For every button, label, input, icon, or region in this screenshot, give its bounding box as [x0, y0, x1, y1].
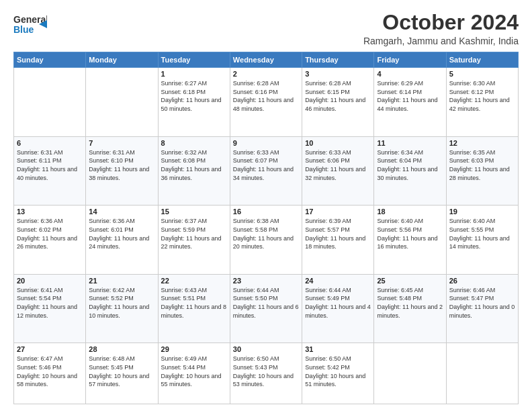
calendar-cell: [374, 343, 446, 404]
calendar-cell: 3Sunrise: 6:28 AM Sunset: 6:15 PM Daylig…: [302, 68, 374, 137]
cell-content: Sunrise: 6:42 AM Sunset: 5:52 PM Dayligh…: [89, 286, 154, 320]
day-number: 17: [305, 208, 371, 216]
calendar-cell: 11Sunrise: 6:34 AM Sunset: 6:04 PM Dayli…: [374, 136, 446, 205]
calendar-week-row: 20Sunrise: 6:41 AM Sunset: 5:54 PM Dayli…: [14, 274, 519, 343]
cell-content: Sunrise: 6:31 AM Sunset: 6:10 PM Dayligh…: [89, 148, 154, 182]
cell-content: Sunrise: 6:44 AM Sunset: 5:49 PM Dayligh…: [305, 286, 371, 320]
col-wednesday: Wednesday: [230, 52, 302, 68]
calendar-cell: 25Sunrise: 6:45 AM Sunset: 5:48 PM Dayli…: [374, 274, 446, 343]
cell-content: Sunrise: 6:45 AM Sunset: 5:48 PM Dayligh…: [377, 286, 443, 320]
calendar-cell: [86, 68, 158, 137]
svg-text:Blue: Blue: [13, 24, 34, 35]
cell-content: Sunrise: 6:43 AM Sunset: 5:51 PM Dayligh…: [161, 286, 227, 320]
day-number: 2: [233, 70, 299, 78]
cell-content: Sunrise: 6:41 AM Sunset: 5:54 PM Dayligh…: [17, 286, 83, 320]
day-number: 28: [89, 345, 154, 353]
day-number: 4: [377, 70, 443, 78]
calendar-cell: [446, 343, 518, 404]
cell-content: Sunrise: 6:36 AM Sunset: 6:02 PM Dayligh…: [17, 217, 83, 250]
calendar-week-row: 6Sunrise: 6:31 AM Sunset: 6:11 PM Daylig…: [14, 136, 519, 205]
col-friday: Friday: [374, 52, 446, 68]
calendar-cell: 15Sunrise: 6:37 AM Sunset: 5:59 PM Dayli…: [158, 205, 230, 275]
calendar-cell: 29Sunrise: 6:49 AM Sunset: 5:44 PM Dayli…: [158, 343, 230, 404]
calendar-cell: 30Sunrise: 6:50 AM Sunset: 5:43 PM Dayli…: [230, 343, 302, 404]
col-sunday: Sunday: [14, 52, 86, 68]
cell-content: Sunrise: 6:50 AM Sunset: 5:43 PM Dayligh…: [233, 355, 299, 388]
calendar-cell: 21Sunrise: 6:42 AM Sunset: 5:52 PM Dayli…: [86, 274, 158, 343]
logo: General Blue: [13, 11, 47, 39]
calendar-page: General Blue October 2024 Ramgarh, Jammu…: [0, 0, 532, 411]
day-number: 7: [89, 139, 154, 147]
cell-content: Sunrise: 6:29 AM Sunset: 6:14 PM Dayligh…: [377, 79, 443, 113]
cell-content: Sunrise: 6:50 AM Sunset: 5:42 PM Dayligh…: [305, 355, 371, 388]
col-saturday: Saturday: [446, 52, 518, 68]
calendar-cell: 8Sunrise: 6:32 AM Sunset: 6:08 PM Daylig…: [158, 136, 230, 205]
day-number: 21: [89, 277, 154, 285]
cell-content: Sunrise: 6:39 AM Sunset: 5:57 PM Dayligh…: [305, 217, 371, 250]
calendar-cell: 2Sunrise: 6:28 AM Sunset: 6:16 PM Daylig…: [230, 68, 302, 137]
day-number: 1: [161, 70, 227, 78]
calendar-cell: 31Sunrise: 6:50 AM Sunset: 5:42 PM Dayli…: [302, 343, 374, 404]
day-number: 16: [233, 208, 299, 216]
col-tuesday: Tuesday: [158, 52, 230, 68]
cell-content: Sunrise: 6:40 AM Sunset: 5:56 PM Dayligh…: [377, 217, 443, 250]
day-number: 6: [17, 139, 83, 147]
cell-content: Sunrise: 6:33 AM Sunset: 6:07 PM Dayligh…: [233, 148, 299, 182]
day-number: 25: [377, 277, 443, 285]
day-number: 18: [377, 208, 443, 216]
calendar-cell: 26Sunrise: 6:46 AM Sunset: 5:47 PM Dayli…: [446, 274, 518, 343]
cell-content: Sunrise: 6:44 AM Sunset: 5:50 PM Dayligh…: [233, 286, 299, 320]
day-number: 12: [449, 139, 515, 147]
logo-icon: General Blue: [13, 11, 47, 39]
calendar-cell: 5Sunrise: 6:30 AM Sunset: 6:12 PM Daylig…: [446, 68, 518, 137]
calendar-cell: 4Sunrise: 6:29 AM Sunset: 6:14 PM Daylig…: [374, 68, 446, 137]
calendar-cell: 24Sunrise: 6:44 AM Sunset: 5:49 PM Dayli…: [302, 274, 374, 343]
calendar-cell: 14Sunrise: 6:36 AM Sunset: 6:01 PM Dayli…: [86, 205, 158, 275]
cell-content: Sunrise: 6:27 AM Sunset: 6:18 PM Dayligh…: [161, 79, 227, 113]
calendar-table: Sunday Monday Tuesday Wednesday Thursday…: [13, 52, 519, 404]
month-year-title: October 2024: [363, 11, 519, 34]
cell-content: Sunrise: 6:28 AM Sunset: 6:15 PM Dayligh…: [305, 79, 371, 113]
calendar-cell: 22Sunrise: 6:43 AM Sunset: 5:51 PM Dayli…: [158, 274, 230, 343]
day-number: 19: [449, 208, 515, 216]
calendar-week-row: 13Sunrise: 6:36 AM Sunset: 6:02 PM Dayli…: [14, 205, 519, 275]
cell-content: Sunrise: 6:33 AM Sunset: 6:06 PM Dayligh…: [305, 148, 371, 182]
day-number: 14: [89, 208, 154, 216]
cell-content: Sunrise: 6:32 AM Sunset: 6:08 PM Dayligh…: [161, 148, 227, 182]
calendar-cell: 27Sunrise: 6:47 AM Sunset: 5:46 PM Dayli…: [14, 343, 86, 404]
calendar-week-row: 27Sunrise: 6:47 AM Sunset: 5:46 PM Dayli…: [14, 343, 519, 404]
location-subtitle: Ramgarh, Jammu and Kashmir, India: [363, 36, 519, 46]
calendar-cell: 17Sunrise: 6:39 AM Sunset: 5:57 PM Dayli…: [302, 205, 374, 275]
header: General Blue October 2024 Ramgarh, Jammu…: [13, 11, 519, 46]
day-number: 30: [233, 345, 299, 353]
calendar-cell: 13Sunrise: 6:36 AM Sunset: 6:02 PM Dayli…: [14, 205, 86, 275]
day-number: 27: [17, 345, 83, 353]
cell-content: Sunrise: 6:48 AM Sunset: 5:45 PM Dayligh…: [89, 355, 154, 388]
cell-content: Sunrise: 6:28 AM Sunset: 6:16 PM Dayligh…: [233, 79, 299, 113]
calendar-week-row: 1Sunrise: 6:27 AM Sunset: 6:18 PM Daylig…: [14, 68, 519, 137]
day-number: 22: [161, 277, 227, 285]
cell-content: Sunrise: 6:49 AM Sunset: 5:44 PM Dayligh…: [161, 355, 227, 388]
cell-content: Sunrise: 6:36 AM Sunset: 6:01 PM Dayligh…: [89, 217, 154, 250]
cell-content: Sunrise: 6:38 AM Sunset: 5:58 PM Dayligh…: [233, 217, 299, 250]
calendar-cell: [14, 68, 86, 137]
cell-content: Sunrise: 6:47 AM Sunset: 5:46 PM Dayligh…: [17, 355, 83, 388]
calendar-cell: 19Sunrise: 6:40 AM Sunset: 5:55 PM Dayli…: [446, 205, 518, 275]
calendar-cell: 18Sunrise: 6:40 AM Sunset: 5:56 PM Dayli…: [374, 205, 446, 275]
day-number: 11: [377, 139, 443, 147]
day-number: 10: [305, 139, 371, 147]
day-number: 8: [161, 139, 227, 147]
cell-content: Sunrise: 6:31 AM Sunset: 6:11 PM Dayligh…: [17, 148, 83, 182]
calendar-cell: 28Sunrise: 6:48 AM Sunset: 5:45 PM Dayli…: [86, 343, 158, 404]
day-number: 29: [161, 345, 227, 353]
calendar-header-row: Sunday Monday Tuesday Wednesday Thursday…: [14, 52, 519, 68]
cell-content: Sunrise: 6:37 AM Sunset: 5:59 PM Dayligh…: [161, 217, 227, 250]
cell-content: Sunrise: 6:40 AM Sunset: 5:55 PM Dayligh…: [449, 217, 515, 250]
day-number: 20: [17, 277, 83, 285]
calendar-cell: 6Sunrise: 6:31 AM Sunset: 6:11 PM Daylig…: [14, 136, 86, 205]
calendar-cell: 12Sunrise: 6:35 AM Sunset: 6:03 PM Dayli…: [446, 136, 518, 205]
cell-content: Sunrise: 6:46 AM Sunset: 5:47 PM Dayligh…: [449, 286, 515, 320]
calendar-cell: 10Sunrise: 6:33 AM Sunset: 6:06 PM Dayli…: [302, 136, 374, 205]
day-number: 3: [305, 70, 371, 78]
calendar-cell: 16Sunrise: 6:38 AM Sunset: 5:58 PM Dayli…: [230, 205, 302, 275]
